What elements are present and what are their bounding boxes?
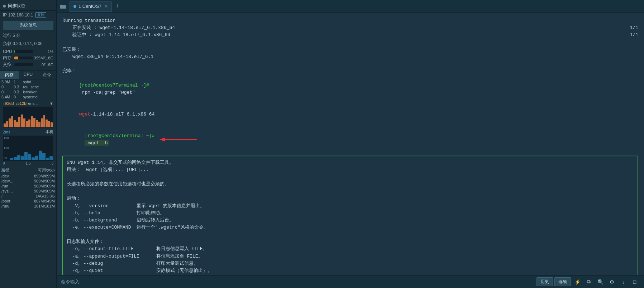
- copy-ip-button[interactable]: 复制: [35, 12, 46, 18]
- wget-help-box: GNU Wget 1.14, 非交互式的网络文件下载工具。 用法： wget […: [62, 156, 638, 275]
- term-line: wget-1.14-18.el7_6.1.x86_64: [62, 104, 638, 125]
- ip-row: IP 192.168.10.1 复制: [0, 11, 56, 19]
- options-button[interactable]: 选项: [554, 277, 571, 286]
- chart-bars: [3, 107, 53, 128]
- uptime-label: 运行 5 分: [0, 31, 56, 40]
- bottom-bar: 命令输入 历史 选项 ⚡ ⧉ 🔍 ⚙ ↓ □: [57, 275, 644, 288]
- net-iface: ens...: [27, 101, 49, 106]
- term-line: 完毕！: [62, 68, 638, 75]
- arrow-icon: [157, 136, 200, 143]
- term-prompt-arrow-line: [root@centos7Terminal ~]# wget -h: [62, 125, 638, 154]
- list-item: / 14G/15.8G: [0, 194, 56, 199]
- cpu-bar-fill: [14, 50, 15, 53]
- tab-cpu[interactable]: CPU: [19, 71, 37, 79]
- main-area: 1 CentOS7 ✕ + Running transaction 正在安装 :…: [57, 0, 644, 288]
- term-blank: [62, 39, 638, 46]
- term-blank: [62, 60, 638, 68]
- term-line: wget.x86_64 0:1.14-18.el7_6.1: [62, 53, 638, 60]
- net-ms-row: 2ms 本机: [1, 129, 55, 135]
- cpu-chart: [3, 107, 53, 128]
- list-item: /sys/... 909M/909M: [0, 189, 56, 194]
- term-line: Running transaction: [62, 17, 638, 24]
- net-up: ↑936B: [3, 101, 14, 106]
- swap-value: 0/1.9G: [35, 63, 53, 67]
- table-row: 6.4M 0 systemd: [0, 94, 56, 99]
- sync-label: 同步状态: [8, 3, 25, 9]
- terminal-tab-centos7[interactable]: 1 CentOS7 ✕: [70, 1, 112, 12]
- bottom-actions: 历史 选项 ⚡ ⧉ 🔍 ⚙ ↓ □: [536, 277, 640, 287]
- mem-bar-fill: [14, 57, 18, 59]
- net-ms: 2ms: [3, 130, 10, 134]
- net-chart: 19K 13K 6K: [3, 136, 53, 161]
- settings-icon-button[interactable]: ⚙: [607, 277, 617, 287]
- swap-label: 交换: [3, 62, 13, 68]
- mem-label: 内存: [3, 55, 13, 61]
- swap-row: 交换 0/1.9G: [3, 62, 53, 68]
- cpu-value: 1%: [35, 49, 53, 54]
- add-tab-button[interactable]: +: [113, 2, 122, 11]
- history-button[interactable]: 历史: [536, 277, 553, 286]
- list-item: /run 900M/909M: [0, 184, 56, 189]
- tab-label: 1 CentOS7: [78, 4, 101, 9]
- disk-header-path: 路径: [1, 167, 38, 173]
- folder-icon-button[interactable]: [58, 1, 68, 11]
- sync-indicator: [3, 5, 6, 8]
- copy-icon-button[interactable]: ⧉: [584, 277, 594, 287]
- tab-active-dot: [73, 5, 76, 8]
- tab-bar: 1 CentOS7 ✕ +: [57, 0, 644, 13]
- table-row: 5.9M 1 sshd: [0, 79, 56, 84]
- net-expand-icon[interactable]: ▼: [49, 101, 53, 106]
- disk-section: 路径 可用/大小 /dev 899M/899M /dev/... 909M/90…: [0, 167, 56, 209]
- cmd-input-label: 命令输入: [61, 279, 80, 285]
- net-local-label: 本机: [46, 129, 53, 135]
- swap-bar-bg: [14, 63, 33, 66]
- mem-value: 395M/1.8G: [34, 56, 53, 60]
- tab-cmd[interactable]: 命令: [38, 71, 56, 79]
- network-section: ↑936B ↓512B ens... ▼: [0, 101, 56, 165]
- cpu-bar-bg: [14, 50, 33, 53]
- tab-mem[interactable]: 内存: [0, 71, 19, 79]
- mem-row: 内存 395M/1.8G: [3, 55, 53, 61]
- list-item: /boot 807M/949M: [0, 199, 56, 204]
- sync-status-header: 同步状态: [0, 0, 56, 11]
- term-line: 已安装：: [62, 46, 638, 53]
- disk-header: 路径 可用/大小: [0, 167, 56, 174]
- cpu-label: CPU: [3, 49, 13, 54]
- list-item: /run/... 181M/181M: [0, 204, 56, 209]
- sysinfo-button[interactable]: 系统信息: [3, 21, 53, 30]
- table-row: 0 0.3 kworker: [0, 89, 56, 94]
- cpu-row: CPU 1%: [3, 49, 53, 54]
- process-tabs: 内存 CPU 命令: [0, 70, 56, 79]
- list-item: /dev/... 909M/909M: [0, 179, 56, 184]
- sidebar: 同步状态 IP 192.168.10.1 复制 系统信息 运行 5 分 负载 0…: [0, 0, 57, 288]
- search-icon-button[interactable]: 🔍: [595, 277, 605, 287]
- lightning-icon-button[interactable]: ⚡: [572, 277, 582, 287]
- red-arrow-annotation: [157, 136, 200, 143]
- terminal-content[interactable]: Running transaction 正在安装 : wget-1.14-18.…: [57, 13, 644, 275]
- fullscreen-icon-button[interactable]: □: [630, 277, 640, 287]
- net-y-labels: 19K 13K 6K: [4, 136, 9, 160]
- mem-bar-bg: [14, 57, 33, 59]
- tab-close-button[interactable]: ✕: [104, 4, 108, 9]
- net-down: ↓512B: [15, 101, 27, 106]
- resource-rows: CPU 1% 内存 395M/1.8G 交换 0/1.9G: [0, 48, 56, 69]
- download-icon-button[interactable]: ↓: [618, 277, 628, 287]
- term-line: 正在安装 : wget-1.14-18.el7_6.1.x86_64 1/1: [62, 24, 638, 31]
- net-speeds: ↑936B ↓512B: [3, 101, 27, 106]
- list-item: /dev 899M/899M: [0, 174, 56, 179]
- ip-address: IP 192.168.10.1: [3, 13, 33, 18]
- net-x-labels: 0 1.5 3: [1, 161, 55, 165]
- disk-header-size: 可用/大小: [38, 167, 55, 173]
- term-line: 验证中 : wget-1.14-18.el7_6.1.x86_64 1/1: [62, 31, 638, 39]
- process-table: 5.9M 1 sshd 0 0.3 rcu_sche 0 0.3 kworker…: [0, 79, 56, 99]
- table-row: 0 0.3 rcu_sche: [0, 84, 56, 89]
- net-header: ↑936B ↓512B ens... ▼: [1, 101, 55, 106]
- load-label: 负载 0.20, 0.14, 0.06: [0, 40, 56, 48]
- term-prompt-line: [root@centos7Terminal ~]# rpm -qa|grep "…: [62, 75, 638, 104]
